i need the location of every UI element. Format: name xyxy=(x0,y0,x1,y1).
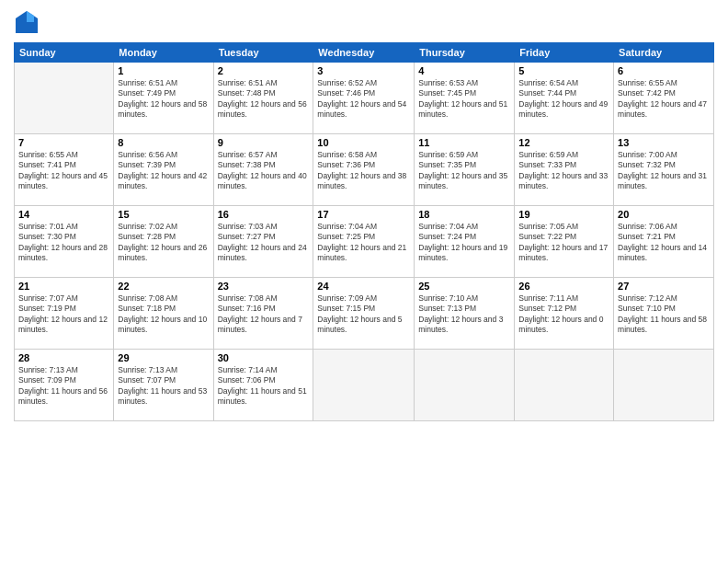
day-info: Sunrise: 6:58 AMSunset: 7:36 PMDaylight:… xyxy=(317,150,410,192)
calendar-cell: 10Sunrise: 6:58 AMSunset: 7:36 PMDayligh… xyxy=(313,134,415,206)
day-info: Sunrise: 7:00 AMSunset: 7:32 PMDaylight:… xyxy=(618,150,710,192)
calendar-cell: 25Sunrise: 7:10 AMSunset: 7:13 PMDayligh… xyxy=(415,278,515,350)
calendar-cell: 12Sunrise: 6:59 AMSunset: 7:33 PMDayligh… xyxy=(515,134,614,206)
calendar-cell: 28Sunrise: 7:13 AMSunset: 7:09 PMDayligh… xyxy=(15,350,114,421)
day-info: Sunrise: 6:56 AMSunset: 7:39 PMDaylight:… xyxy=(118,150,209,192)
day-number: 23 xyxy=(218,281,310,292)
day-number: 12 xyxy=(518,137,609,148)
logo xyxy=(14,9,43,35)
col-header-friday: Friday xyxy=(515,43,614,63)
day-number: 24 xyxy=(317,281,410,292)
day-number: 11 xyxy=(418,137,510,148)
calendar-cell xyxy=(15,63,114,134)
day-info: Sunrise: 6:51 AMSunset: 7:48 PMDaylight:… xyxy=(218,78,310,121)
day-number: 28 xyxy=(18,352,109,363)
day-info: Sunrise: 6:51 AMSunset: 7:49 PMDaylight:… xyxy=(118,78,209,121)
calendar-cell xyxy=(515,350,614,421)
day-info: Sunrise: 7:06 AMSunset: 7:21 PMDaylight:… xyxy=(618,222,710,264)
day-info: Sunrise: 7:13 AMSunset: 7:07 PMDaylight:… xyxy=(118,365,209,408)
calendar-cell: 2Sunrise: 6:51 AMSunset: 7:48 PMDaylight… xyxy=(213,63,313,134)
day-info: Sunrise: 6:57 AMSunset: 7:38 PMDaylight:… xyxy=(218,150,310,192)
calendar-cell: 1Sunrise: 6:51 AMSunset: 7:49 PMDaylight… xyxy=(114,63,213,134)
day-number: 14 xyxy=(18,209,109,220)
day-info: Sunrise: 7:09 AMSunset: 7:15 PMDaylight:… xyxy=(317,293,410,336)
col-header-thursday: Thursday xyxy=(415,43,515,63)
logo-icon xyxy=(14,9,40,35)
day-number: 22 xyxy=(118,281,209,292)
calendar-cell: 6Sunrise: 6:55 AMSunset: 7:42 PMDaylight… xyxy=(614,63,714,134)
calendar-cell: 9Sunrise: 6:57 AMSunset: 7:38 PMDaylight… xyxy=(213,134,313,206)
calendar-cell xyxy=(415,350,515,421)
day-info: Sunrise: 6:59 AMSunset: 7:33 PMDaylight:… xyxy=(518,150,609,192)
calendar-cell: 4Sunrise: 6:53 AMSunset: 7:45 PMDaylight… xyxy=(415,63,515,134)
day-number: 2 xyxy=(218,65,310,76)
day-info: Sunrise: 6:59 AMSunset: 7:35 PMDaylight:… xyxy=(418,150,510,192)
calendar-cell: 20Sunrise: 7:06 AMSunset: 7:21 PMDayligh… xyxy=(614,206,714,278)
calendar-cell: 21Sunrise: 7:07 AMSunset: 7:19 PMDayligh… xyxy=(15,278,114,350)
day-info: Sunrise: 7:08 AMSunset: 7:18 PMDaylight:… xyxy=(118,293,209,336)
col-header-saturday: Saturday xyxy=(614,43,714,63)
calendar-cell: 22Sunrise: 7:08 AMSunset: 7:18 PMDayligh… xyxy=(114,278,213,350)
calendar-cell: 17Sunrise: 7:04 AMSunset: 7:25 PMDayligh… xyxy=(313,206,415,278)
day-number: 21 xyxy=(18,281,109,292)
week-row-4: 21Sunrise: 7:07 AMSunset: 7:19 PMDayligh… xyxy=(15,278,714,350)
day-info: Sunrise: 7:12 AMSunset: 7:10 PMDaylight:… xyxy=(618,293,710,336)
calendar-cell: 13Sunrise: 7:00 AMSunset: 7:32 PMDayligh… xyxy=(614,134,714,206)
day-number: 27 xyxy=(618,281,710,292)
day-number: 10 xyxy=(317,137,410,148)
page: SundayMondayTuesdayWednesdayThursdayFrid… xyxy=(0,0,728,563)
calendar-table: SundayMondayTuesdayWednesdayThursdayFrid… xyxy=(14,42,714,421)
calendar-cell: 27Sunrise: 7:12 AMSunset: 7:10 PMDayligh… xyxy=(614,278,714,350)
day-number: 7 xyxy=(18,137,109,148)
col-header-tuesday: Tuesday xyxy=(213,43,313,63)
day-info: Sunrise: 7:10 AMSunset: 7:13 PMDaylight:… xyxy=(418,293,510,336)
calendar-cell: 24Sunrise: 7:09 AMSunset: 7:15 PMDayligh… xyxy=(313,278,415,350)
day-info: Sunrise: 7:07 AMSunset: 7:19 PMDaylight:… xyxy=(18,293,109,336)
day-number: 25 xyxy=(418,281,510,292)
day-number: 18 xyxy=(418,209,510,220)
svg-marker-1 xyxy=(27,11,34,22)
day-number: 1 xyxy=(118,65,209,76)
day-info: Sunrise: 7:01 AMSunset: 7:30 PMDaylight:… xyxy=(18,222,109,264)
day-info: Sunrise: 7:08 AMSunset: 7:16 PMDaylight:… xyxy=(218,293,310,336)
calendar-cell: 8Sunrise: 6:56 AMSunset: 7:39 PMDaylight… xyxy=(114,134,213,206)
day-info: Sunrise: 6:54 AMSunset: 7:44 PMDaylight:… xyxy=(518,78,609,121)
day-info: Sunrise: 7:03 AMSunset: 7:27 PMDaylight:… xyxy=(218,222,310,264)
calendar-cell: 11Sunrise: 6:59 AMSunset: 7:35 PMDayligh… xyxy=(415,134,515,206)
day-info: Sunrise: 7:13 AMSunset: 7:09 PMDaylight:… xyxy=(18,365,109,408)
calendar-cell xyxy=(313,350,415,421)
day-number: 29 xyxy=(118,352,209,363)
week-row-1: 1Sunrise: 6:51 AMSunset: 7:49 PMDaylight… xyxy=(15,63,714,134)
col-header-wednesday: Wednesday xyxy=(313,43,415,63)
day-number: 20 xyxy=(618,209,710,220)
day-info: Sunrise: 6:53 AMSunset: 7:45 PMDaylight:… xyxy=(418,78,510,121)
day-info: Sunrise: 7:04 AMSunset: 7:25 PMDaylight:… xyxy=(317,222,410,264)
calendar-cell xyxy=(614,350,714,421)
week-row-5: 28Sunrise: 7:13 AMSunset: 7:09 PMDayligh… xyxy=(15,350,714,421)
calendar-cell: 30Sunrise: 7:14 AMSunset: 7:06 PMDayligh… xyxy=(213,350,313,421)
day-number: 6 xyxy=(618,65,710,76)
day-number: 16 xyxy=(218,209,310,220)
day-number: 30 xyxy=(218,352,310,363)
col-header-monday: Monday xyxy=(114,43,213,63)
header xyxy=(14,9,714,35)
calendar-cell: 29Sunrise: 7:13 AMSunset: 7:07 PMDayligh… xyxy=(114,350,213,421)
calendar-cell: 26Sunrise: 7:11 AMSunset: 7:12 PMDayligh… xyxy=(515,278,614,350)
day-info: Sunrise: 6:52 AMSunset: 7:46 PMDaylight:… xyxy=(317,78,410,121)
day-number: 26 xyxy=(518,281,609,292)
day-info: Sunrise: 7:11 AMSunset: 7:12 PMDaylight:… xyxy=(518,293,609,336)
calendar-cell: 7Sunrise: 6:55 AMSunset: 7:41 PMDaylight… xyxy=(15,134,114,206)
day-number: 8 xyxy=(118,137,209,148)
day-info: Sunrise: 7:14 AMSunset: 7:06 PMDaylight:… xyxy=(218,365,310,408)
day-number: 19 xyxy=(518,209,609,220)
day-number: 15 xyxy=(118,209,209,220)
calendar-cell: 18Sunrise: 7:04 AMSunset: 7:24 PMDayligh… xyxy=(415,206,515,278)
day-number: 9 xyxy=(218,137,310,148)
day-info: Sunrise: 6:55 AMSunset: 7:41 PMDaylight:… xyxy=(18,150,109,192)
week-row-2: 7Sunrise: 6:55 AMSunset: 7:41 PMDaylight… xyxy=(15,134,714,206)
calendar-cell: 14Sunrise: 7:01 AMSunset: 7:30 PMDayligh… xyxy=(15,206,114,278)
day-number: 13 xyxy=(618,137,710,148)
calendar-cell: 19Sunrise: 7:05 AMSunset: 7:22 PMDayligh… xyxy=(515,206,614,278)
calendar-cell: 15Sunrise: 7:02 AMSunset: 7:28 PMDayligh… xyxy=(114,206,213,278)
calendar-cell: 3Sunrise: 6:52 AMSunset: 7:46 PMDaylight… xyxy=(313,63,415,134)
